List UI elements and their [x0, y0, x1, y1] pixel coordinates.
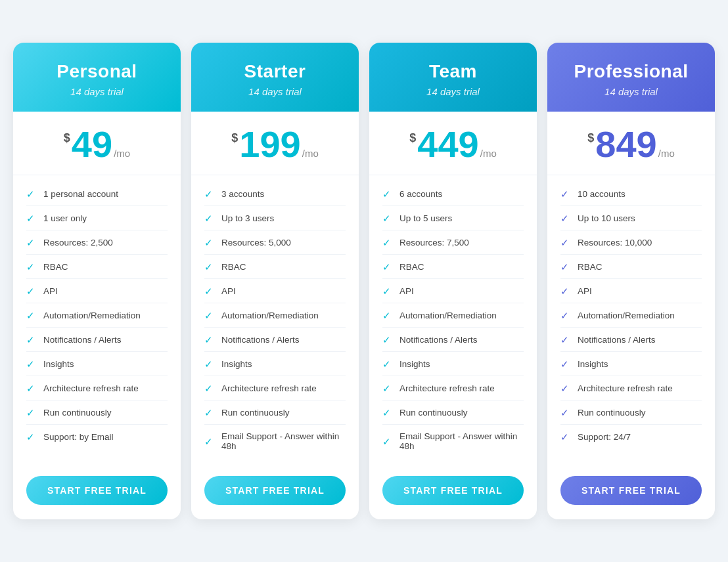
- feature-label: API: [43, 286, 58, 296]
- plan-footer-personal: START FREE TRIAL: [13, 464, 181, 519]
- plan-trial-team: 14 days trial: [382, 86, 524, 97]
- feature-label: Notifications / Alerts: [221, 335, 300, 345]
- feature-label: Insights: [43, 359, 74, 369]
- feature-item: ✓Run continuously: [560, 400, 702, 425]
- feature-item: ✓Notifications / Alerts: [26, 328, 168, 352]
- feature-label: API: [578, 286, 592, 296]
- check-icon: ✓: [560, 237, 571, 248]
- feature-label: Insights: [578, 359, 608, 369]
- feature-label: Automation/Remediation: [221, 311, 319, 320]
- start-trial-button-team[interactable]: START FREE TRIAL: [382, 476, 524, 505]
- feature-label: Run continuously: [399, 408, 468, 418]
- feature-item: ✓Resources: 2,500: [26, 230, 168, 255]
- check-icon: ✓: [382, 310, 393, 320]
- feature-item: ✓Insights: [204, 352, 346, 376]
- feature-item: ✓Support: 24/7: [560, 425, 702, 448]
- price-period-team: /mo: [480, 148, 497, 159]
- plan-card-personal: Personal14 days trial$49/mo✓1 personal a…: [13, 43, 181, 519]
- feature-label: Run continuously: [578, 408, 646, 418]
- feature-label: Insights: [221, 359, 252, 369]
- check-icon: ✓: [382, 188, 393, 199]
- feature-label: RBAC: [221, 262, 246, 272]
- feature-label: Automation/Remediation: [399, 311, 497, 320]
- feature-label: RBAC: [399, 262, 424, 272]
- feature-item: ✓6 accounts: [382, 182, 524, 206]
- plan-header-personal: Personal14 days trial: [13, 43, 181, 112]
- plan-trial-starter: 14 days trial: [204, 86, 346, 97]
- feature-item: ✓Architecture refresh rate: [204, 376, 346, 400]
- feature-item: ✓10 accounts: [560, 182, 702, 206]
- price-period-personal: /mo: [114, 148, 130, 159]
- feature-label: Automation/Remediation: [43, 311, 141, 320]
- feature-label: Email Support - Answer within 48h: [221, 431, 346, 451]
- feature-item: ✓RBAC: [204, 255, 346, 279]
- check-icon: ✓: [204, 213, 215, 223]
- feature-label: Resources: 2,500: [43, 238, 113, 248]
- feature-item: ✓Up to 3 users: [204, 206, 346, 230]
- plan-name-team: Team: [382, 61, 524, 82]
- plan-name-starter: Starter: [204, 61, 346, 82]
- plan-footer-professional: START FREE TRIAL: [547, 464, 715, 519]
- feature-label: Resources: 7,500: [399, 238, 469, 248]
- price-dollar-starter: $: [231, 131, 238, 145]
- start-trial-button-personal[interactable]: START FREE TRIAL: [26, 476, 168, 505]
- check-icon: ✓: [204, 261, 215, 272]
- feature-label: Resources: 5,000: [221, 238, 291, 248]
- check-icon: ✓: [26, 358, 37, 369]
- check-icon: ✓: [204, 188, 215, 199]
- check-icon: ✓: [382, 286, 393, 296]
- feature-label: Run continuously: [221, 408, 290, 418]
- price-amount-team: 449: [417, 126, 478, 163]
- start-trial-button-professional[interactable]: START FREE TRIAL: [560, 476, 702, 505]
- feature-item: ✓API: [204, 279, 346, 303]
- feature-item: ✓Architecture refresh rate: [560, 376, 702, 400]
- feature-label: 6 accounts: [399, 189, 442, 199]
- check-icon: ✓: [382, 407, 393, 418]
- feature-item: ✓Resources: 10,000: [560, 230, 702, 255]
- check-icon: ✓: [382, 436, 393, 446]
- price-dollar-team: $: [409, 131, 416, 145]
- feature-label: Resources: 10,000: [578, 238, 652, 248]
- price-amount-professional: 849: [595, 126, 656, 163]
- feature-label: Notifications / Alerts: [399, 335, 478, 345]
- plan-footer-starter: START FREE TRIAL: [191, 464, 359, 519]
- feature-label: 10 accounts: [578, 189, 626, 199]
- feature-item: ✓Resources: 5,000: [204, 230, 346, 255]
- plan-header-professional: Professional14 days trial: [547, 43, 715, 112]
- check-icon: ✓: [204, 334, 215, 345]
- price-dollar-professional: $: [587, 131, 594, 145]
- feature-label: Architecture refresh rate: [43, 383, 139, 393]
- plan-price-section-starter: $199/mo: [191, 112, 359, 175]
- feature-item: ✓Insights: [26, 352, 168, 376]
- feature-item: ✓RBAC: [26, 255, 168, 279]
- check-icon: ✓: [204, 237, 215, 248]
- check-icon: ✓: [204, 407, 215, 418]
- pricing-grid: Personal14 days trial$49/mo✓1 personal a…: [13, 43, 715, 519]
- feature-item: ✓RBAC: [560, 255, 702, 279]
- plan-price-section-team: $449/mo: [369, 112, 537, 175]
- feature-label: Architecture refresh rate: [578, 383, 673, 393]
- feature-label: 1 user only: [43, 213, 87, 223]
- feature-item: ✓Email Support - Answer within 48h: [204, 425, 346, 458]
- check-icon: ✓: [382, 334, 393, 345]
- start-trial-button-starter[interactable]: START FREE TRIAL: [204, 476, 346, 505]
- feature-label: API: [221, 286, 236, 296]
- plan-trial-personal: 14 days trial: [26, 86, 168, 97]
- check-icon: ✓: [382, 237, 393, 248]
- price-dollar-personal: $: [64, 131, 70, 145]
- feature-label: Up to 10 users: [578, 213, 635, 223]
- check-icon: ✓: [26, 431, 37, 442]
- price-period-starter: /mo: [302, 148, 319, 159]
- feature-item: ✓API: [26, 279, 168, 303]
- feature-item: ✓Run continuously: [26, 400, 168, 425]
- plan-price-section-professional: $849/mo: [547, 112, 715, 175]
- feature-item: ✓Run continuously: [382, 400, 524, 425]
- feature-label: Notifications / Alerts: [578, 335, 656, 345]
- feature-label: 3 accounts: [221, 189, 264, 199]
- price-amount-personal: 49: [72, 126, 112, 163]
- check-icon: ✓: [26, 261, 37, 272]
- feature-item: ✓Automation/Remediation: [26, 303, 168, 328]
- check-icon: ✓: [382, 358, 393, 369]
- plan-card-starter: Starter14 days trial$199/mo✓3 accounts✓U…: [191, 43, 359, 519]
- feature-label: Support: 24/7: [578, 432, 631, 442]
